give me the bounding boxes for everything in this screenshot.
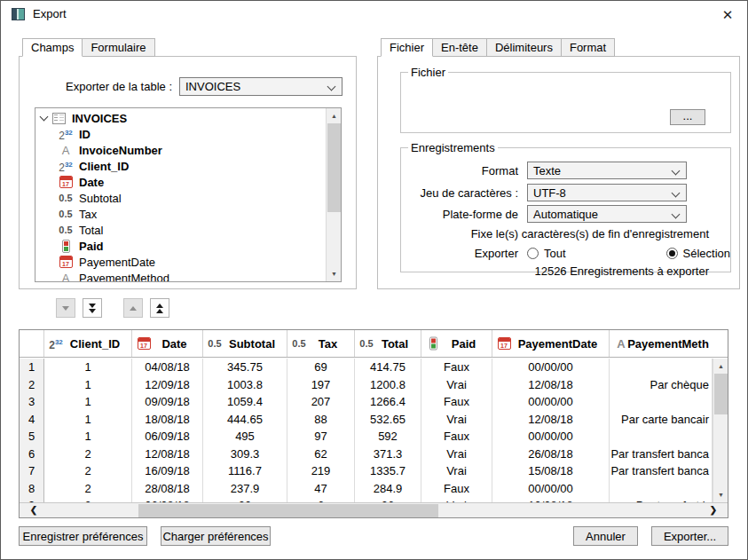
preview-table-body: 1 1 04/08/18 345.75 69 414.75 Faux 00/00… — [20, 359, 713, 502]
scrollbar-thumb[interactable] — [327, 123, 341, 212]
date-icon: 17 — [495, 337, 513, 350]
tree-item-field[interactable]: 232 Client_ID — [35, 158, 326, 174]
tree-item-field[interactable]: 17 Date — [35, 174, 326, 190]
radio-selection[interactable]: Sélection — [666, 247, 730, 260]
int32-icon: 232 — [57, 129, 75, 140]
table-vertical-scrollbar[interactable]: ▲ ▼ — [713, 359, 728, 502]
tab-champs[interactable]: Champs — [22, 38, 83, 57]
tree-item-field[interactable]: 0.5 Subtotal — [35, 190, 326, 206]
records-count: 12526 Enregistrements à exporter — [534, 264, 709, 278]
left-tabstrip: Champs Formulaire — [22, 38, 155, 57]
platform-label: Plate-forme de — [401, 208, 518, 221]
move-all-down-button[interactable] — [83, 298, 102, 318]
column-header[interactable]: 17 Date — [132, 330, 203, 357]
alpha-icon: A — [57, 144, 75, 157]
real-icon: 0.5 — [57, 193, 75, 203]
tree-item-field[interactable]: 0.5 Tax — [35, 206, 326, 222]
right-tabstrip: Fichier En-tête Délimiteurs Format — [381, 38, 615, 57]
scroll-down-icon[interactable]: ▼ — [713, 487, 728, 502]
tree-item-field[interactable]: A PayementMethod — [35, 270, 326, 281]
export-dialog: Export ✕ Champs Formulaire Exporter de l… — [0, 0, 748, 560]
charset-value: UTF-8 — [533, 186, 566, 200]
fields-panel: Exporter de la table : INVOICES INVOICES… — [19, 56, 357, 289]
column-header[interactable]: 0.5 Tax — [287, 330, 355, 357]
tree-item-field[interactable]: 232 ID — [35, 126, 326, 142]
move-all-up-button[interactable] — [150, 298, 169, 318]
column-header[interactable]: 17 PayementDate — [492, 330, 610, 357]
tree-item-field[interactable]: A InvoiceNumber — [35, 142, 326, 158]
date-icon: 17 — [57, 176, 75, 188]
chevron-down-icon — [327, 83, 336, 91]
table-selector-combo[interactable]: INVOICES — [179, 77, 343, 96]
tab-entete[interactable]: En-tête — [432, 38, 487, 57]
table-row[interactable]: 2 1 12/09/18 1003.8 197 1200.8 Vrai 12/0… — [20, 376, 713, 394]
table-row[interactable]: 6 2 12/08/18 309.3 62 371.3 Vrai 26/08/1… — [20, 446, 713, 463]
tree-item-field[interactable]: Paid — [35, 238, 326, 254]
alpha-icon: A — [612, 337, 630, 351]
table-row[interactable]: 5 1 06/09/18 495 97 592 Faux 00/00/00 — [20, 428, 713, 446]
preview-table-header: 232 Client_ID 17 Date 0.5 Subtotal 0.5 T… — [20, 330, 728, 358]
export-scope-label: Exporter — [401, 247, 518, 260]
browse-button[interactable]: ... — [670, 109, 705, 125]
column-header-rownum[interactable] — [20, 330, 44, 357]
load-preferences-button[interactable]: Charger préférences — [161, 526, 271, 546]
radio-icon — [527, 248, 539, 259]
real-icon: 0.5 — [57, 225, 75, 235]
export-button[interactable]: Exporter... — [651, 526, 728, 546]
cancel-button[interactable]: Annuler — [573, 526, 638, 546]
tab-fichier[interactable]: Fichier — [381, 38, 433, 57]
date-icon: 17 — [135, 337, 153, 350]
column-header[interactable]: 0.5 Subtotal — [203, 330, 287, 357]
reorder-buttons — [56, 298, 177, 318]
tree-item-table[interactable]: INVOICES — [35, 110, 326, 126]
close-icon[interactable]: ✕ — [715, 4, 740, 26]
radio-tout[interactable]: Tout — [527, 247, 566, 260]
format-combo[interactable]: Texte — [527, 162, 687, 179]
records-group: Enregistrements Format Texte Jeu de cara… — [400, 141, 731, 272]
tab-formulaire[interactable]: Formulaire — [82, 38, 154, 57]
charset-label: Jeu de caractères : — [401, 186, 518, 200]
scroll-right-icon[interactable]: ❯ — [705, 503, 722, 517]
platform-combo[interactable]: Automatique — [527, 205, 687, 223]
table-selector-label: Exporter de la table : — [20, 80, 172, 93]
format-value: Texte — [533, 164, 561, 177]
int32-icon: 232 — [47, 338, 65, 350]
file-group-title: Fichier — [408, 66, 448, 79]
move-up-button[interactable] — [123, 298, 143, 318]
charset-combo[interactable]: UTF-8 — [527, 184, 687, 201]
move-down-button[interactable] — [56, 298, 75, 318]
table-horizontal-scrollbar[interactable]: ❮ ❯ — [20, 502, 728, 517]
tab-delimiteurs[interactable]: Délimiteurs — [486, 38, 562, 57]
scroll-left-icon[interactable]: ❮ — [25, 503, 43, 517]
int32-icon: 232 — [57, 161, 75, 172]
column-header[interactable]: Paid — [421, 330, 492, 357]
scroll-up-icon[interactable]: ▲ — [327, 108, 342, 123]
tree-item-field[interactable]: 0.5 Total — [35, 222, 326, 238]
scrollbar-thumb[interactable] — [138, 504, 438, 517]
column-header[interactable]: 0.5 Total — [355, 330, 421, 357]
scroll-up-icon[interactable]: ▲ — [713, 359, 728, 374]
field-list: INVOICES 232 ID A InvoiceNumber 232 Clie… — [35, 107, 342, 282]
save-preferences-button[interactable]: Enregistrer préférences — [19, 526, 147, 546]
platform-hint: Fixe le(s) caractères(s) de fin d'enregi… — [471, 227, 709, 241]
file-group: Fichier ... — [400, 66, 731, 133]
real-icon: 0.5 — [57, 209, 75, 219]
table-row[interactable]: 4 1 18/08/18 444.65 88 532.65 Vrai 12/08… — [20, 411, 713, 429]
file-panel: Fichier ... Enregistrements Format Texte… — [377, 56, 740, 289]
collapse-icon[interactable] — [38, 116, 50, 120]
table-row[interactable]: 8 2 28/08/18 237.9 47 284.9 Faux 00/00/0… — [20, 480, 713, 498]
chevron-down-icon — [672, 189, 681, 198]
scroll-down-icon[interactable]: ▼ — [327, 266, 342, 281]
tab-format[interactable]: Format — [561, 38, 615, 57]
chevron-down-icon — [672, 210, 681, 219]
scrollbar-thumb[interactable] — [714, 374, 728, 414]
table-row[interactable]: 3 1 09/09/18 1059.4 207 1266.4 Faux 00/0… — [20, 393, 713, 411]
date-icon: 17 — [57, 256, 75, 268]
table-row[interactable]: 1 1 04/08/18 345.75 69 414.75 Faux 00/00… — [20, 359, 713, 376]
field-list-scrollbar[interactable]: ▲ ▼ — [326, 108, 341, 281]
tree-item-field[interactable]: 17 PayementDate — [35, 254, 326, 270]
column-header[interactable]: 232 Client_ID — [44, 330, 132, 357]
table-row[interactable]: 7 2 16/09/18 1116.7 219 1335.7 Vrai 15/0… — [20, 462, 713, 480]
radio-checked-icon — [666, 248, 678, 259]
column-header[interactable]: A PayementMeth — [610, 330, 713, 357]
